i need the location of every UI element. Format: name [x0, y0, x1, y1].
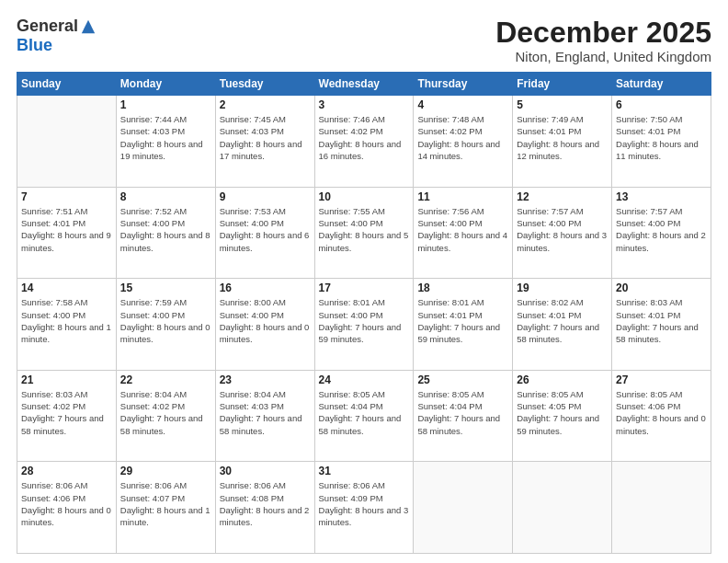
day-info: Sunrise: 8:01 AMSunset: 4:01 PMDaylight:… [417, 296, 508, 345]
day-number: 14 [21, 282, 112, 294]
day-info: Sunrise: 8:06 AMSunset: 4:08 PMDaylight:… [220, 479, 311, 528]
day-info: Sunrise: 7:50 AMSunset: 4:01 PMDaylight:… [616, 113, 707, 162]
calendar-cell: 21Sunrise: 8:03 AMSunset: 4:02 PMDayligh… [17, 370, 117, 462]
day-number: 10 [319, 190, 410, 203]
day-number: 30 [220, 465, 311, 477]
day-info: Sunrise: 7:57 AMSunset: 4:00 PMDaylight:… [616, 205, 707, 254]
day-info: Sunrise: 7:58 AMSunset: 4:00 PMDaylight:… [21, 296, 112, 345]
day-number: 29 [120, 465, 211, 477]
location-title: Niton, England, United Kingdom [495, 49, 711, 64]
calendar-cell: 1Sunrise: 7:44 AMSunset: 4:03 PMDaylight… [116, 96, 215, 188]
day-number: 23 [220, 373, 311, 386]
day-number: 28 [21, 465, 112, 477]
calendar-row: 21Sunrise: 8:03 AMSunset: 4:02 PMDayligh… [17, 370, 711, 462]
day-info: Sunrise: 8:03 AMSunset: 4:02 PMDaylight:… [21, 388, 112, 437]
calendar-cell [612, 462, 711, 554]
calendar-cell: 20Sunrise: 8:03 AMSunset: 4:01 PMDayligh… [612, 279, 711, 371]
col-wednesday: Wednesday [314, 73, 414, 96]
day-info: Sunrise: 8:05 AMSunset: 4:04 PMDaylight:… [319, 388, 410, 437]
calendar-row: 1Sunrise: 7:44 AMSunset: 4:03 PMDaylight… [17, 96, 711, 188]
day-info: Sunrise: 7:57 AMSunset: 4:00 PMDaylight:… [517, 205, 608, 254]
month-title: December 2025 [495, 17, 711, 49]
day-number: 13 [616, 190, 707, 203]
day-number: 27 [616, 373, 707, 386]
day-number: 18 [417, 282, 508, 294]
calendar-cell: 8Sunrise: 7:52 AMSunset: 4:00 PMDaylight… [116, 187, 215, 279]
day-info: Sunrise: 7:52 AMSunset: 4:00 PMDaylight:… [120, 205, 211, 254]
calendar-cell: 26Sunrise: 8:05 AMSunset: 4:05 PMDayligh… [513, 370, 612, 462]
day-number: 15 [120, 282, 211, 294]
calendar-cell: 12Sunrise: 7:57 AMSunset: 4:00 PMDayligh… [513, 187, 612, 279]
calendar-header-row: Sunday Monday Tuesday Wednesday Thursday… [17, 73, 711, 96]
day-info: Sunrise: 8:05 AMSunset: 4:05 PMDaylight:… [517, 388, 608, 437]
day-number: 5 [517, 98, 608, 111]
calendar-cell: 13Sunrise: 7:57 AMSunset: 4:00 PMDayligh… [612, 187, 711, 279]
day-info: Sunrise: 7:48 AMSunset: 4:02 PMDaylight:… [417, 113, 508, 162]
day-number: 11 [417, 190, 508, 203]
calendar-cell: 4Sunrise: 7:48 AMSunset: 4:02 PMDaylight… [414, 96, 513, 188]
day-number: 8 [120, 190, 211, 203]
calendar-table: Sunday Monday Tuesday Wednesday Thursday… [17, 72, 711, 554]
logo-icon [80, 18, 97, 35]
day-number: 26 [517, 373, 608, 386]
svg-marker-0 [82, 19, 95, 32]
calendar-cell: 25Sunrise: 8:05 AMSunset: 4:04 PMDayligh… [414, 370, 513, 462]
day-number: 24 [319, 373, 410, 386]
day-number: 22 [120, 373, 211, 386]
calendar-cell: 10Sunrise: 7:55 AMSunset: 4:00 PMDayligh… [314, 187, 414, 279]
day-number: 12 [517, 190, 608, 203]
col-saturday: Saturday [612, 73, 711, 96]
calendar-cell: 3Sunrise: 7:46 AMSunset: 4:02 PMDaylight… [314, 96, 414, 188]
calendar-cell: 24Sunrise: 8:05 AMSunset: 4:04 PMDayligh… [314, 370, 414, 462]
day-number: 16 [220, 282, 311, 294]
calendar-cell: 6Sunrise: 7:50 AMSunset: 4:01 PMDaylight… [612, 96, 711, 188]
day-number: 4 [417, 98, 508, 111]
calendar-cell: 9Sunrise: 7:53 AMSunset: 4:00 PMDaylight… [215, 187, 314, 279]
day-number: 6 [616, 98, 707, 111]
day-info: Sunrise: 7:45 AMSunset: 4:03 PMDaylight:… [220, 113, 311, 162]
day-number: 2 [220, 98, 311, 111]
day-info: Sunrise: 8:03 AMSunset: 4:01 PMDaylight:… [616, 296, 707, 345]
calendar-cell: 27Sunrise: 8:05 AMSunset: 4:06 PMDayligh… [612, 370, 711, 462]
day-info: Sunrise: 8:04 AMSunset: 4:03 PMDaylight:… [220, 388, 311, 437]
calendar-row: 28Sunrise: 8:06 AMSunset: 4:06 PMDayligh… [17, 462, 711, 554]
calendar-cell: 28Sunrise: 8:06 AMSunset: 4:06 PMDayligh… [17, 462, 117, 554]
day-info: Sunrise: 8:06 AMSunset: 4:09 PMDaylight:… [319, 479, 410, 528]
day-info: Sunrise: 8:05 AMSunset: 4:04 PMDaylight:… [417, 388, 508, 437]
day-info: Sunrise: 7:56 AMSunset: 4:00 PMDaylight:… [417, 205, 508, 254]
col-monday: Monday [116, 73, 215, 96]
col-thursday: Thursday [414, 73, 513, 96]
header: General Blue December 2025 Niton, Englan… [17, 17, 711, 64]
calendar-cell: 15Sunrise: 7:59 AMSunset: 4:00 PMDayligh… [116, 279, 215, 371]
day-info: Sunrise: 8:01 AMSunset: 4:00 PMDaylight:… [319, 296, 410, 345]
day-info: Sunrise: 8:04 AMSunset: 4:02 PMDaylight:… [120, 388, 211, 437]
day-info: Sunrise: 7:51 AMSunset: 4:01 PMDaylight:… [21, 205, 112, 254]
calendar-cell: 23Sunrise: 8:04 AMSunset: 4:03 PMDayligh… [215, 370, 314, 462]
day-info: Sunrise: 8:05 AMSunset: 4:06 PMDaylight:… [616, 388, 707, 437]
page: General Blue December 2025 Niton, Englan… [0, 0, 728, 563]
calendar-cell: 17Sunrise: 8:01 AMSunset: 4:00 PMDayligh… [314, 279, 414, 371]
logo: General Blue [17, 17, 97, 55]
logo-general-text: General [17, 17, 78, 36]
day-info: Sunrise: 7:44 AMSunset: 4:03 PMDaylight:… [120, 113, 211, 162]
calendar-cell: 7Sunrise: 7:51 AMSunset: 4:01 PMDaylight… [17, 187, 117, 279]
calendar-cell: 22Sunrise: 8:04 AMSunset: 4:02 PMDayligh… [116, 370, 215, 462]
day-info: Sunrise: 7:59 AMSunset: 4:00 PMDaylight:… [120, 296, 211, 345]
calendar-cell: 19Sunrise: 8:02 AMSunset: 4:01 PMDayligh… [513, 279, 612, 371]
calendar-cell: 18Sunrise: 8:01 AMSunset: 4:01 PMDayligh… [414, 279, 513, 371]
col-friday: Friday [513, 73, 612, 96]
day-number: 1 [120, 98, 211, 111]
calendar-cell [513, 462, 612, 554]
calendar-cell: 29Sunrise: 8:06 AMSunset: 4:07 PMDayligh… [116, 462, 215, 554]
day-info: Sunrise: 7:46 AMSunset: 4:02 PMDaylight:… [319, 113, 410, 162]
logo-blue-text: Blue [17, 36, 52, 55]
day-number: 25 [417, 373, 508, 386]
day-number: 20 [616, 282, 707, 294]
calendar-cell [17, 96, 117, 188]
day-info: Sunrise: 8:06 AMSunset: 4:06 PMDaylight:… [21, 479, 112, 528]
calendar-cell: 11Sunrise: 7:56 AMSunset: 4:00 PMDayligh… [414, 187, 513, 279]
day-info: Sunrise: 8:06 AMSunset: 4:07 PMDaylight:… [120, 479, 211, 528]
day-number: 3 [319, 98, 410, 111]
col-tuesday: Tuesday [215, 73, 314, 96]
day-info: Sunrise: 8:02 AMSunset: 4:01 PMDaylight:… [517, 296, 608, 345]
